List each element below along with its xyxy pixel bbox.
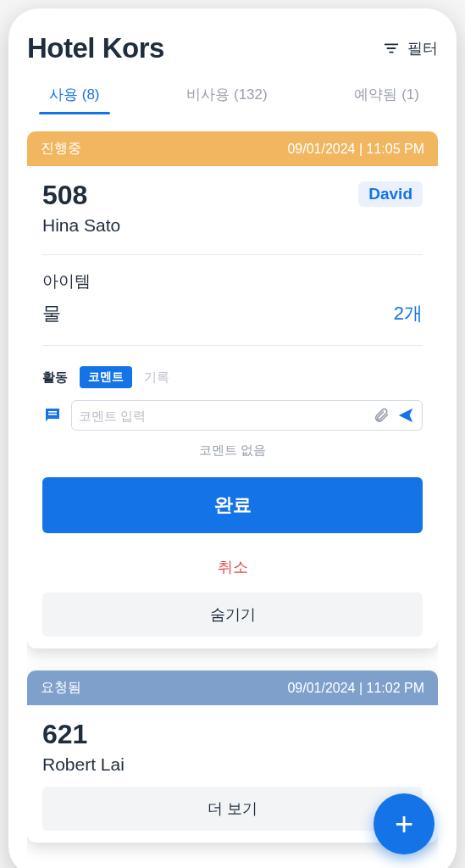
- card-status-bar: 진행중 09/01/2024 | 11:05 PM: [27, 131, 438, 166]
- tab-not-in-use[interactable]: 비사용 (132): [185, 76, 268, 113]
- status-badge: 진행중: [41, 140, 81, 158]
- divider: [42, 345, 423, 346]
- guest-name: Robert Lai: [42, 754, 423, 775]
- attach-icon[interactable]: [373, 407, 390, 424]
- comments-empty: 코멘트 없음: [42, 442, 423, 459]
- card-body: 508 Hina Sato David 아이템 물 2개 활동 코멘트 기록: [27, 166, 438, 648]
- svg-rect-4: [48, 414, 57, 415]
- tabs: 사용 (8) 비사용 (132) 예약됨 (1): [27, 76, 438, 113]
- chat-icon: [42, 405, 63, 426]
- item-qty: 2개: [394, 301, 423, 326]
- hide-button[interactable]: 숨기기: [42, 593, 423, 637]
- activity-heading: 활동: [42, 370, 68, 386]
- room-number: 621: [42, 721, 423, 748]
- activity-tab-comments[interactable]: 코멘트: [80, 366, 132, 388]
- card-status-bar: 요청됨 09/01/2024 | 11:02 PM: [27, 670, 438, 705]
- send-icon[interactable]: [396, 406, 415, 425]
- comment-input-box[interactable]: [71, 400, 423, 431]
- header: Hotel Kors 필터: [27, 32, 438, 64]
- tab-in-use[interactable]: 사용 (8): [47, 76, 102, 113]
- complete-button[interactable]: 완료: [42, 477, 423, 533]
- item-name: 물: [42, 301, 61, 326]
- svg-rect-3: [48, 411, 57, 413]
- card-list: 진행중 09/01/2024 | 11:05 PM 508 Hina Sato …: [27, 131, 438, 868]
- filter-button[interactable]: 필터: [382, 38, 438, 58]
- guest-name: Hina Sato: [42, 215, 120, 236]
- items-heading: 아이템: [42, 270, 423, 292]
- activity-tabs: 활동 코멘트 기록: [42, 366, 423, 388]
- plus-icon: +: [395, 808, 413, 840]
- assignee-badge[interactable]: David: [358, 181, 423, 207]
- comment-compose: [42, 400, 423, 431]
- room-number: 508: [42, 181, 120, 209]
- comment-input[interactable]: [79, 409, 366, 423]
- request-card: 진행중 09/01/2024 | 11:05 PM 508 Hina Sato …: [27, 131, 438, 648]
- app-frame: Hotel Kors 필터 사용 (8) 비사용 (132) 예약됨 (1) 진…: [8, 8, 457, 868]
- filter-label: 필터: [407, 38, 438, 58]
- add-fab[interactable]: +: [374, 793, 435, 854]
- filter-icon: [382, 39, 401, 58]
- more-button[interactable]: 더 보기: [42, 787, 423, 831]
- timestamp: 09/01/2024 | 11:02 PM: [287, 681, 424, 696]
- tab-reserved[interactable]: 예약됨 (1): [352, 76, 421, 113]
- page-title: Hotel Kors: [27, 32, 164, 64]
- item-row: 물 2개: [42, 301, 423, 326]
- timestamp: 09/01/2024 | 11:05 PM: [287, 142, 424, 157]
- cancel-button[interactable]: 취소: [42, 548, 423, 586]
- activity-tab-history[interactable]: 기록: [144, 370, 169, 386]
- status-badge: 요청됨: [41, 679, 81, 697]
- divider: [42, 254, 423, 255]
